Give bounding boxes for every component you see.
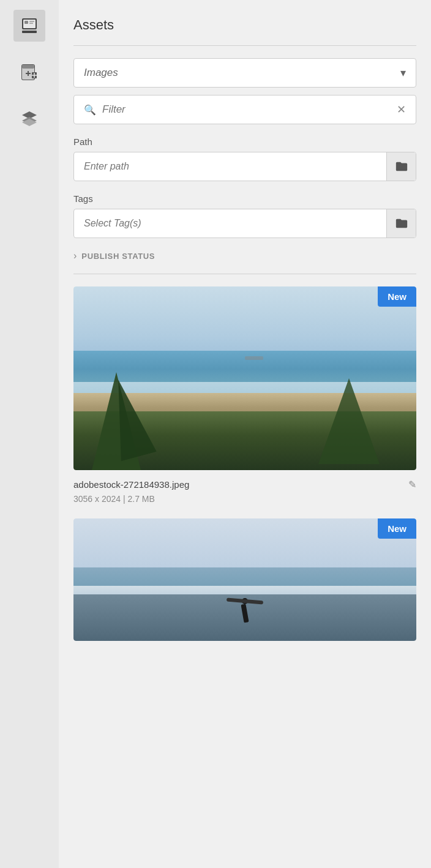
add-content-icon <box>20 62 39 82</box>
image-card: New adobestock-272184938.jpeg ✎ 3056 x 2… <box>73 286 416 504</box>
image-filename-row: adobestock-272184938.jpeg ✎ <box>73 479 416 490</box>
image-card: New <box>73 518 416 641</box>
new-badge-2: New <box>378 518 416 539</box>
assets-icon <box>20 16 39 36</box>
layers-icon <box>20 109 39 129</box>
tags-folder-button[interactable] <box>386 209 416 238</box>
title-divider <box>73 45 416 46</box>
svg-rect-2 <box>22 31 37 33</box>
publish-status-label: PUBLISH STATUS <box>81 252 155 261</box>
publish-status-row[interactable]: › PUBLISH STATUS <box>73 250 416 261</box>
folder-icon <box>395 217 408 230</box>
tags-input[interactable] <box>74 218 386 229</box>
main-content: Assets Images ▾ 🔍 ✕ Path Tags › PUBLISH <box>59 0 431 868</box>
sidebar <box>0 0 59 868</box>
svg-rect-3 <box>24 21 28 24</box>
filter-input[interactable] <box>102 103 391 116</box>
edit-icon[interactable]: ✎ <box>408 479 416 490</box>
svg-rect-8 <box>22 65 34 69</box>
type-dropdown-value: Images <box>84 67 118 79</box>
type-dropdown[interactable]: Images ▾ <box>73 58 416 88</box>
image-wrapper[interactable]: New <box>73 286 416 470</box>
path-label: Path <box>73 137 416 147</box>
page-title: Assets <box>73 17 416 33</box>
clear-icon[interactable]: ✕ <box>397 103 406 116</box>
image-meta: 3056 x 2024 | 2.7 MB <box>73 494 416 504</box>
path-input-container <box>73 152 416 181</box>
section-divider <box>73 274 416 274</box>
chevron-down-icon: ▾ <box>400 66 406 80</box>
sidebar-item-add-content[interactable] <box>13 56 45 88</box>
tags-label: Tags <box>73 193 416 204</box>
tags-input-container <box>73 209 416 238</box>
path-folder-button[interactable] <box>386 152 416 181</box>
new-badge: New <box>378 286 416 307</box>
filter-container: 🔍 ✕ <box>73 95 416 124</box>
path-input[interactable] <box>74 161 386 172</box>
svg-rect-4 <box>29 21 34 22</box>
sidebar-item-layers[interactable] <box>13 103 45 135</box>
search-icon: 🔍 <box>84 104 96 116</box>
folder-icon <box>395 160 408 173</box>
chevron-right-icon: › <box>73 250 77 261</box>
svg-rect-5 <box>29 23 33 24</box>
sidebar-item-assets[interactable] <box>13 10 45 42</box>
image-wrapper-2[interactable]: New <box>73 518 416 641</box>
image-filename: adobestock-272184938.jpeg <box>73 479 189 490</box>
